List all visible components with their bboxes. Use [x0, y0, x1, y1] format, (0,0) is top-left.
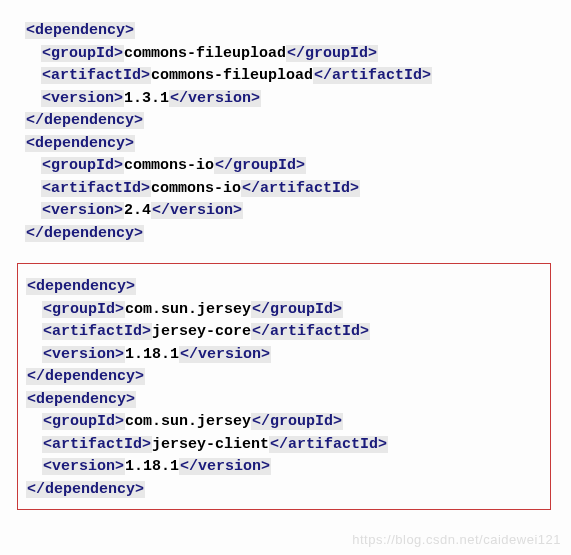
dependency-block: <dependency> <groupId>commons-fileupload… [25, 20, 546, 133]
dependency-close-tag: </dependency> [26, 368, 145, 385]
version-close-tag: </version> [179, 346, 271, 363]
groupid-close-tag: </groupId> [286, 45, 378, 62]
artifactid-close-tag: </artifactId> [269, 436, 388, 453]
version-value: 2.4 [124, 202, 151, 219]
highlight-box: <dependency> <groupId>com.sun.jersey</gr… [17, 263, 551, 510]
version-value: 1.18.1 [125, 458, 179, 475]
groupid-close-tag: </groupId> [251, 413, 343, 430]
version-value: 1.18.1 [125, 346, 179, 363]
groupid-value: commons-io [124, 157, 214, 174]
artifactid-open-tag: <artifactId> [42, 436, 152, 453]
dependency-close-tag: </dependency> [25, 112, 144, 129]
artifactid-close-tag: </artifactId> [251, 323, 370, 340]
groupid-value: com.sun.jersey [125, 301, 251, 318]
groupid-open-tag: <groupId> [41, 45, 124, 62]
dependency-block: <dependency> <groupId>com.sun.jersey</gr… [26, 276, 542, 389]
version-open-tag: <version> [41, 90, 124, 107]
version-close-tag: </version> [151, 202, 243, 219]
version-close-tag: </version> [179, 458, 271, 475]
artifactid-value: jersey-core [152, 323, 251, 340]
dependency-block: <dependency> <groupId>commons-io</groupI… [25, 133, 546, 246]
dependency-close-tag: </dependency> [25, 225, 144, 242]
groupid-value: com.sun.jersey [125, 413, 251, 430]
version-open-tag: <version> [42, 458, 125, 475]
groupid-close-tag: </groupId> [214, 157, 306, 174]
dependency-open-tag: <dependency> [26, 278, 136, 295]
groupid-open-tag: <groupId> [42, 301, 125, 318]
dependency-block: <dependency> <groupId>com.sun.jersey</gr… [26, 389, 542, 502]
dependency-open-tag: <dependency> [26, 391, 136, 408]
dependency-close-tag: </dependency> [26, 481, 145, 498]
groupid-close-tag: </groupId> [251, 301, 343, 318]
artifactid-value: commons-io [151, 180, 241, 197]
groupid-open-tag: <groupId> [42, 413, 125, 430]
artifactid-open-tag: <artifactId> [42, 323, 152, 340]
artifactid-open-tag: <artifactId> [41, 180, 151, 197]
artifactid-value: commons-fileupload [151, 67, 313, 84]
watermark-text: https://blog.csdn.net/caidewei121 [352, 530, 561, 531]
version-value: 1.3.1 [124, 90, 169, 107]
artifactid-value: jersey-client [152, 436, 269, 453]
version-open-tag: <version> [42, 346, 125, 363]
artifactid-open-tag: <artifactId> [41, 67, 151, 84]
artifactid-close-tag: </artifactId> [241, 180, 360, 197]
artifactid-close-tag: </artifactId> [313, 67, 432, 84]
dependency-open-tag: <dependency> [25, 135, 135, 152]
version-open-tag: <version> [41, 202, 124, 219]
version-close-tag: </version> [169, 90, 261, 107]
groupid-value: commons-fileupload [124, 45, 286, 62]
dependency-open-tag: <dependency> [25, 22, 135, 39]
groupid-open-tag: <groupId> [41, 157, 124, 174]
